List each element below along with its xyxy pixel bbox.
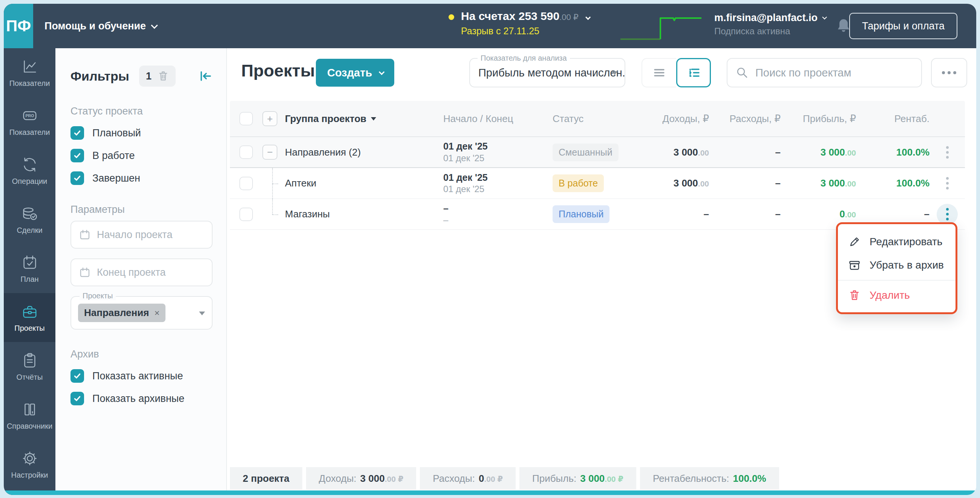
end-date-input[interactable] (97, 267, 204, 278)
expand-all-icon[interactable]: + (262, 111, 277, 126)
income-value: 3 000.00 (635, 146, 709, 158)
app-logo[interactable]: ПФ (4, 4, 33, 48)
status-filter-checkbox[interactable]: Завершен (70, 171, 213, 185)
tree-view-button[interactable] (676, 58, 711, 87)
books-icon (21, 401, 38, 418)
row-menu-kebab-icon[interactable] (937, 173, 958, 194)
ellipsis-icon (942, 71, 945, 74)
app-window: ПФ Помощь и обучение На счетах 253 590.0… (4, 4, 976, 495)
sidebar-item-deals[interactable]: Сделки (4, 195, 56, 244)
column-header-dates: Начало / Конец (443, 113, 552, 125)
profit-value: 3 000.00 (781, 178, 856, 189)
calendar-icon (79, 266, 91, 278)
chevron-down-icon (379, 69, 385, 75)
menu-item-delete[interactable]: Удалить (838, 284, 956, 307)
archive-box-icon (848, 259, 861, 271)
sidebar-item-settings[interactable]: Настройки (4, 440, 56, 489)
analysis-metric-select[interactable]: Показатель для анализа Прибыль методом н… (469, 58, 625, 87)
income-value: – (635, 208, 709, 220)
column-header-margin: Рентаб. (856, 113, 929, 125)
notifications-bell-icon[interactable] (836, 17, 851, 34)
checkbox-checked-icon (70, 369, 84, 383)
tariffs-button[interactable]: Тарифы и оплата (849, 13, 958, 39)
balance-dropdown[interactable]: На счетах 253 590.00 ₽ Разрыв с 27.11.25 (449, 10, 589, 36)
sidebar-item-directories[interactable]: Справочники (4, 391, 56, 440)
clipboard-icon (21, 352, 38, 369)
archive-filter-checkbox[interactable]: Показать архивные (70, 392, 213, 405)
projects-select-label: Проекты (80, 292, 116, 300)
tree-connector (272, 199, 280, 229)
menu-item-edit[interactable]: Редактировать (838, 230, 956, 254)
column-header-income: Доходы, ₽ (635, 113, 709, 125)
project-dates: – – (443, 203, 552, 226)
project-start-date-field[interactable] (70, 221, 213, 249)
gear-icon (21, 450, 38, 467)
search-field[interactable] (727, 58, 922, 87)
column-header-profit: Прибыль, ₽ (781, 113, 856, 125)
column-header-expense: Расходы, ₽ (709, 113, 781, 125)
row-menu-kebab-icon[interactable] (937, 204, 958, 225)
more-options-button[interactable] (931, 58, 967, 87)
sidebar-item-metrics-pro[interactable]: PRO Показатели (4, 97, 56, 146)
balance-sparkline (618, 14, 703, 44)
profit-value: 0.00 (781, 208, 856, 220)
expense-value: – (709, 146, 781, 158)
projects-filter-select[interactable]: Проекты Направления × (70, 296, 213, 330)
pencil-icon (848, 236, 861, 248)
start-date-input[interactable] (97, 229, 204, 241)
select-all-checkbox[interactable] (239, 112, 253, 125)
hamburger-list-icon (652, 65, 667, 80)
projects-table: + Группа проектов Начало / Конец Статус … (230, 101, 965, 230)
briefcase-icon (21, 303, 38, 320)
line-chart-icon (21, 58, 38, 75)
table-row[interactable]: − Направления (2) 01 дек '25 01 дек '25 … (230, 137, 965, 168)
user-email: m.firsina@planfact.io (714, 12, 818, 24)
balance-decimals: .00 ₽ (559, 13, 579, 22)
menu-item-archive[interactable]: Убрать в архив (838, 254, 956, 277)
subscription-status: Подписка активна (714, 26, 826, 36)
sidebar-nav: Показатели PRO Показатели Операции Сделк… (4, 48, 56, 495)
column-header-group[interactable]: Группа проектов (285, 113, 443, 125)
row-checkbox[interactable] (239, 208, 253, 221)
sidebar-item-projects[interactable]: Проекты (4, 293, 56, 342)
filters-panel: Фильтры 1 Статус проекта Плановый (56, 48, 227, 495)
sidebar-item-plan[interactable]: План (4, 244, 56, 293)
help-menu-label: Помощь и обучение (45, 21, 146, 32)
summary-segment: Доходы: 3 000.00 ₽ (306, 467, 416, 490)
archive-filter-checkbox[interactable]: Показать активные (70, 369, 213, 383)
column-header-status: Статус (552, 113, 635, 125)
row-checkbox[interactable] (239, 145, 253, 159)
project-name: Магазины (285, 208, 330, 220)
filters-title: Фильтры (70, 69, 129, 84)
sidebar-item-reports[interactable]: Отчёты (4, 342, 56, 391)
table-row[interactable]: Аптеки 01 дек '25 01 дек '25 В работе 3 … (230, 168, 965, 199)
status-badge: Смешанный (552, 144, 619, 161)
project-end-date-field[interactable] (70, 259, 213, 286)
create-button[interactable]: Создать (316, 59, 394, 87)
collapse-group-icon[interactable]: − (262, 145, 277, 160)
search-input[interactable] (756, 67, 913, 79)
tree-connector (272, 168, 280, 198)
status-filter-checkbox[interactable]: В работе (70, 149, 213, 162)
search-icon (736, 66, 749, 79)
status-filter-checkbox[interactable]: Плановый (70, 126, 213, 140)
summary-segment: 2 проекта (230, 467, 302, 490)
trash-icon (848, 289, 861, 302)
user-menu[interactable]: m.firsina@planfact.io Подписка активна (714, 12, 826, 36)
calendar-check-icon (21, 254, 38, 271)
svg-text:PRO: PRO (25, 113, 34, 118)
sidebar-item-metrics[interactable]: Показатели (4, 48, 56, 97)
summary-segment: Рентабельность: 100.0% (640, 467, 779, 490)
sidebar-item-operations[interactable]: Операции (4, 146, 56, 195)
filters-clear-button[interactable]: 1 (139, 65, 176, 87)
help-menu[interactable]: Помощь и обучение (45, 4, 156, 48)
row-menu-kebab-icon[interactable] (937, 142, 958, 163)
balance-value: 253 590 (519, 10, 559, 22)
project-name: Направления (2) (285, 146, 361, 158)
select-caret-icon (199, 311, 205, 315)
flat-list-view-button[interactable] (641, 58, 676, 87)
chip-remove-icon[interactable]: × (154, 308, 159, 318)
margin-value: – (856, 208, 929, 220)
collapse-panel-icon[interactable] (198, 69, 213, 83)
row-checkbox[interactable] (239, 177, 253, 190)
